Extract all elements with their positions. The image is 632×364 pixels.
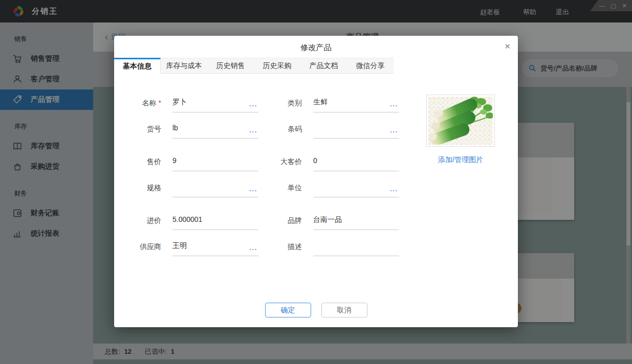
brand-field[interactable]: 台南一品 [313, 215, 399, 230]
name-more-button[interactable]: ··· [249, 102, 257, 109]
category-label: 类别 [258, 99, 302, 112]
barcode-label: 条码 [258, 125, 302, 139]
tab-purchase-history[interactable]: 历史采购 [254, 58, 300, 74]
description-label: 描述 [258, 242, 302, 256]
sku-more-button[interactable]: ··· [249, 128, 257, 135]
confirm-button[interactable]: 确定 [265, 303, 311, 317]
sku-label: 货号 [114, 125, 161, 139]
unit-field[interactable]: ··· [313, 183, 399, 197]
tab-basic-info[interactable]: 基本信息 [114, 58, 161, 74]
price-label: 售价 [114, 157, 161, 171]
barcode-more-button[interactable]: ··· [390, 128, 398, 135]
modal-title: 修改产品 [114, 36, 518, 53]
supplier-more-button[interactable]: ··· [249, 245, 257, 253]
supplier-field[interactable]: 王明··· [172, 241, 258, 256]
vip-price-field[interactable]: 0 [313, 156, 399, 171]
tab-stock-cost[interactable]: 库存与成本 [161, 58, 207, 74]
sku-field[interactable]: lb··· [172, 124, 258, 139]
brand-label: 品牌 [258, 216, 302, 230]
spec-label: 规格 [114, 184, 161, 197]
app-window: 分销王 赵老板 帮助 退出 — ▢ ✕ 销售 销售管理 客户管理 [0, 0, 632, 364]
spec-more-button[interactable]: ··· [249, 187, 257, 194]
edit-product-modal: 修改产品 ✕ 基本信息 库存与成本 历史销售 历史采购 产品文档 微信分享 名称… [114, 36, 518, 327]
cost-label: 进价 [114, 216, 161, 230]
modal-actions: 确定 取消 [114, 303, 518, 317]
cost-field[interactable]: 5.000001 [172, 215, 258, 230]
unit-label: 单位 [258, 184, 302, 197]
unit-more-button[interactable]: ··· [390, 187, 398, 194]
modal-tabs: 基本信息 库存与成本 历史销售 历史采购 产品文档 微信分享 [114, 58, 394, 74]
manage-images-link[interactable]: 添加/管理图片 [406, 155, 515, 165]
price-field[interactable]: 9 [172, 156, 258, 171]
product-image-radish [428, 97, 493, 145]
tab-sales-history[interactable]: 历史销售 [207, 58, 254, 74]
required-asterisk: * [159, 99, 161, 107]
description-field[interactable] [313, 241, 399, 256]
barcode-field[interactable]: ··· [313, 124, 399, 139]
name-field[interactable]: 罗卜··· [172, 98, 258, 112]
supplier-label: 供应商 [114, 242, 161, 256]
product-image-box[interactable] [426, 95, 495, 147]
name-label: 名称* [114, 99, 161, 112]
spec-field[interactable]: ··· [172, 183, 258, 197]
close-icon[interactable]: ✕ [504, 42, 511, 51]
category-field[interactable]: 生鲜··· [313, 98, 399, 112]
vip-price-label: 大客价 [258, 157, 302, 171]
cancel-button[interactable]: 取消 [321, 303, 367, 317]
category-more-button[interactable]: ··· [390, 102, 398, 109]
tab-product-docs[interactable]: 产品文档 [300, 58, 347, 74]
product-form: 名称* 罗卜··· 类别 生鲜··· 货号 lb··· 条码 ··· 售价 9 … [114, 98, 401, 267]
tab-wechat-share[interactable]: 微信分享 [347, 58, 394, 74]
